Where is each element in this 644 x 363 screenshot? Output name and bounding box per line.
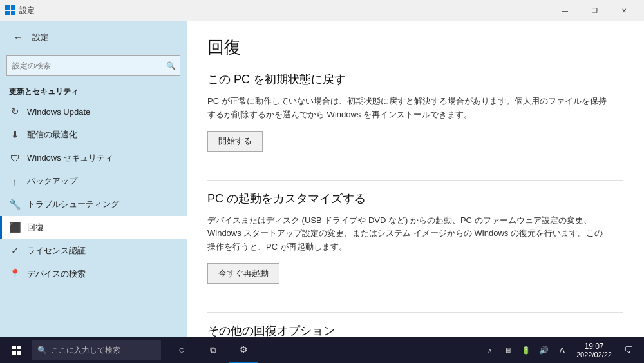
start-button-taskbar[interactable] (3, 337, 31, 363)
windows-security-icon: 🛡 (9, 152, 21, 164)
nav-items-list: ↻Windows Update⬇配信の最適化🛡Windows セキュリティ↑バッ… (0, 100, 187, 286)
settings-taskbar-button[interactable]: ⚙ (229, 337, 258, 363)
sidebar-item-label-find-device: デバイスの検索 (27, 268, 86, 280)
sidebar-item-find-device[interactable]: 📍デバイスの検索 (0, 262, 187, 286)
multitask-button[interactable]: ⧉ (198, 337, 227, 363)
sidebar-item-delivery-optimization[interactable]: ⬇配信の最適化 (0, 123, 187, 146)
system-clock[interactable]: 19:07 2022/02/22 (573, 337, 616, 363)
sidebar-item-troubleshoot[interactable]: 🔧トラブルシューティング (0, 193, 187, 216)
sidebar-header: ← 設定 (0, 21, 187, 52)
sidebar-item-label-troubleshoot: トラブルシューティング (27, 199, 119, 210)
sidebar-section-label: 更新とセキュリティ (0, 81, 187, 100)
minimize-button[interactable]: — (550, 0, 580, 21)
windows-logo-icon (12, 346, 21, 355)
taskbar-center-buttons: ○ ⧉ ⚙ (167, 337, 258, 363)
section2-title: PC の起動をカスタマイズする (207, 191, 623, 206)
sidebar-app-title: 設定 (32, 32, 49, 43)
search-input[interactable] (6, 55, 180, 76)
start-button[interactable]: 開始する (207, 131, 263, 152)
notification-button[interactable]: 🗨 (618, 337, 639, 363)
divider1 (207, 180, 623, 181)
search-box: 🔍 (6, 55, 180, 76)
windows-update-icon: ↻ (9, 106, 21, 117)
main-panel: 回復 この PC を初期状態に戻す PC が正常に動作していない場合は、初期状態… (187, 21, 644, 337)
clock-date: 2022/02/22 (576, 351, 612, 358)
tray-network-icon[interactable]: 🖥 (500, 337, 516, 363)
taskbar-search[interactable]: 🔍 ここに入力して検索 (32, 340, 161, 360)
sidebar-item-label-delivery-optimization: 配信の最適化 (27, 129, 77, 141)
delivery-optimization-icon: ⬇ (9, 129, 21, 141)
search-icon[interactable]: 🔍 (164, 59, 178, 73)
task-view-button[interactable]: ○ (167, 337, 196, 363)
troubleshoot-icon: 🔧 (9, 199, 21, 210)
sidebar-item-backup[interactable]: ↑バックアップ (0, 170, 187, 193)
titlebar: 設定 — ❐ ✕ (0, 0, 644, 21)
close-button[interactable]: ✕ (609, 0, 639, 21)
section3-title: その他の回復オプション (207, 323, 623, 337)
sidebar-item-windows-security[interactable]: 🛡Windows セキュリティ (0, 146, 187, 170)
tray-volume-icon[interactable]: 🔊 (536, 337, 552, 363)
backup-icon: ↑ (9, 175, 21, 187)
sidebar-item-activation[interactable]: ✓ライセンス認証 (0, 239, 187, 262)
sidebar-item-label-activation: ライセンス認証 (27, 245, 86, 257)
tray-chevron-icon[interactable]: ∧ (482, 337, 498, 363)
section2-desc: デバイスまたはディスク (USB ドライブや DVD など) からの起動、PC … (207, 214, 607, 254)
taskbar-search-text: ここに入力して検索 (51, 345, 120, 356)
svg-rect-2 (5, 11, 10, 15)
page-title: 回復 (207, 36, 623, 59)
taskbar: 🔍 ここに入力して検索 ○ ⧉ ⚙ ∧ 🖥 🔋 🔊 A 19:07 2022/0… (0, 337, 644, 363)
taskbar-search-icon: 🔍 (37, 346, 47, 355)
back-button[interactable]: ← (9, 28, 27, 46)
sidebar-item-label-windows-security: Windows セキュリティ (27, 152, 113, 164)
section1-desc: PC が正常に動作していない場合は、初期状態に戻すと解決する場合があります。個人… (207, 95, 607, 122)
svg-rect-0 (5, 5, 10, 10)
sidebar-item-label-windows-update: Windows Update (27, 107, 90, 117)
titlebar-controls: — ❐ ✕ (550, 0, 639, 21)
divider2 (207, 312, 623, 313)
taskbar-right: ∧ 🖥 🔋 🔊 A 19:07 2022/02/22 🗨 (482, 337, 641, 363)
activation-icon: ✓ (9, 245, 21, 257)
sidebar-item-recovery[interactable]: ⬛回復 (0, 216, 187, 239)
find-device-icon: 📍 (9, 268, 21, 280)
section1-title: この PC を初期状態に戻す (207, 72, 623, 87)
restart-button[interactable]: 今すぐ再起動 (207, 263, 279, 284)
tray-ime-icon[interactable]: A (554, 337, 570, 363)
sidebar: ← 設定 🔍 更新とセキュリティ ↻Windows Update⬇配信の最適化🛡… (0, 21, 187, 337)
restore-button[interactable]: ❐ (580, 0, 609, 21)
app-body: ← 設定 🔍 更新とセキュリティ ↻Windows Update⬇配信の最適化🛡… (0, 21, 644, 337)
titlebar-title: 設定 (19, 5, 550, 16)
sidebar-item-label-backup: バックアップ (27, 175, 77, 187)
svg-rect-3 (11, 11, 15, 15)
svg-rect-1 (11, 5, 15, 10)
sidebar-item-windows-update[interactable]: ↻Windows Update (0, 100, 187, 123)
recovery-icon: ⬛ (9, 222, 21, 233)
clock-time: 19:07 (584, 342, 603, 351)
sidebar-item-label-recovery: 回復 (27, 222, 44, 233)
tray-battery-icon[interactable]: 🔋 (518, 337, 534, 363)
titlebar-icon (5, 5, 15, 15)
